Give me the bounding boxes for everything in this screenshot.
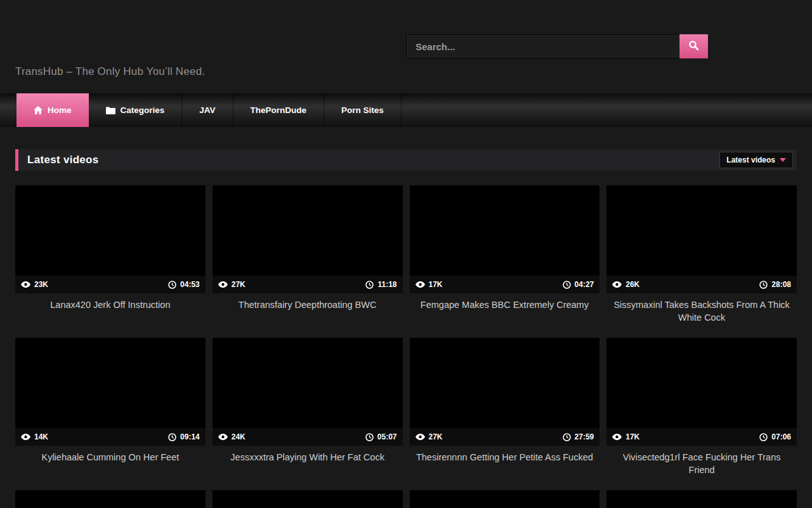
folder-icon [106,107,115,114]
clock-icon [563,281,571,289]
video-title[interactable]: Kyliehaale Cumming On Her Feet [15,451,206,479]
views-stat: 17K [416,280,443,289]
video-thumbnail[interactable]: 14K 09:14 [15,338,206,446]
clock-icon [759,281,768,289]
eye-icon [416,434,425,440]
views-count: 27K [429,432,443,441]
video-stats: 27K 11:18 [213,276,403,293]
duration-stat: 27:59 [563,432,594,441]
video-card[interactable]: 17K 04:27 Femgape Makes BBC Extremely Cr… [410,185,600,326]
main-nav: Home Categories JAV ThePornDude Porn Sit… [0,93,812,127]
nav-item-jav[interactable]: JAV [182,93,233,127]
video-card[interactable]: 24K 05:07 Jessxxxtra Playing With Her Fa… [213,338,403,479]
video-title[interactable]: Thetransfairy Deepthroating BWC [213,298,403,326]
video-title[interactable]: Sissymaxinl Takes Backshots From A Thick… [606,298,797,326]
duration-stat: 05:07 [365,432,397,441]
views-stat: 26K [612,280,639,289]
video-card[interactable] [410,490,600,508]
video-thumbnail[interactable] [606,490,797,508]
views-stat: 27K [218,280,246,289]
duration-text: 07:06 [771,432,791,441]
video-stats: 27K 27:59 [410,428,600,446]
video-card[interactable]: 17K 07:06 Vivisectedg1rl Face Fucking He… [606,338,797,479]
search-bar [406,34,708,58]
duration-text: 04:27 [575,280,594,289]
eye-icon [218,281,228,288]
duration-stat: 07:06 [759,432,791,441]
search-input[interactable] [406,34,679,58]
views-count: 24K [232,432,246,441]
duration-text: 28:08 [771,280,791,289]
video-card[interactable] [15,490,206,508]
section-title: Latest videos [27,154,99,166]
nav-item-label: JAV [199,105,215,115]
clock-icon [563,433,571,441]
nav-item-categories[interactable]: Categories [89,93,183,127]
views-stat: 24K [218,432,246,441]
video-thumbnail[interactable]: 17K 04:27 [410,185,600,293]
views-stat: 14K [21,432,48,441]
video-thumbnail[interactable] [15,490,206,508]
search-button[interactable] [679,34,708,58]
clock-icon [365,433,374,441]
duration-stat: 09:14 [168,432,200,441]
eye-icon [612,434,622,440]
duration-stat: 28:08 [759,280,791,289]
views-count: 26K [625,280,639,289]
eye-icon [218,434,228,440]
video-stats: 26K 28:08 [606,276,797,293]
duration-text: 05:07 [377,432,397,441]
video-card[interactable]: 27K 27:59 Thesirennnn Getting Her Petite… [410,338,600,479]
video-title[interactable]: Jessxxxtra Playing With Her Fat Cock [213,451,403,479]
duration-text: 09:14 [180,432,200,441]
video-thumbnail[interactable]: 17K 07:06 [606,338,797,446]
video-grid: 23K 04:53 Lanax420 Jerk Off Instruction … [15,185,797,508]
views-stat: 23K [21,280,48,289]
views-count: 17K [625,432,639,441]
video-title[interactable]: Femgape Makes BBC Extremely Creamy [410,298,600,326]
video-card[interactable]: 27K 11:18 Thetransfairy Deepthroating BW… [213,185,403,326]
duration-text: 04:53 [180,280,200,289]
nav-item-home[interactable]: Home [16,93,89,127]
video-thumbnail[interactable]: 27K 27:59 [410,338,600,446]
video-title[interactable]: Thesirennnn Getting Her Petite Ass Fucke… [410,451,600,479]
eye-icon [416,281,425,288]
video-stats: 23K 04:53 [15,276,206,293]
duration-stat: 11:18 [365,280,396,289]
views-count: 14K [34,432,48,441]
site-tagline: TransHub – The Only Hub You’ll Need. [15,65,205,78]
nav-item-porn-sites[interactable]: Porn Sites [324,93,402,127]
video-title[interactable]: Lanax420 Jerk Off Instruction [15,298,206,326]
duration-stat: 04:53 [168,280,200,289]
nav-item-label: Home [48,105,72,115]
nav-item-label: Categories [121,105,165,115]
video-card[interactable]: 23K 04:53 Lanax420 Jerk Off Instruction [15,185,206,326]
video-stats: 14K 09:14 [15,428,206,446]
video-thumbnail[interactable]: 23K 04:53 [15,185,206,293]
eye-icon [21,434,30,440]
eye-icon [21,281,30,288]
duration-stat: 04:27 [563,280,594,289]
video-card[interactable] [606,490,797,508]
duration-text: 27:59 [575,432,594,441]
clock-icon [365,281,374,289]
video-thumbnail[interactable]: 27K 11:18 [213,185,403,293]
eye-icon [612,281,622,288]
video-thumbnail[interactable]: 24K 05:07 [213,338,403,446]
views-count: 27K [232,280,246,289]
views-count: 17K [429,280,443,289]
video-title[interactable]: Vivisectedg1rl Face Fucking Her Trans Fr… [606,451,797,479]
video-thumbnail[interactable]: 26K 28:08 [606,185,797,293]
video-card[interactable] [213,490,403,508]
section-header: Latest videos Latest videos [15,149,797,171]
nav-item-label: ThePornDude [251,105,307,115]
video-thumbnail[interactable] [410,490,600,508]
sort-dropdown[interactable]: Latest videos [719,152,793,168]
magnifier-icon [688,40,699,53]
video-stats: 17K 04:27 [410,276,600,293]
nav-item-theporndude[interactable]: ThePornDude [233,93,325,127]
video-thumbnail[interactable] [213,490,403,508]
video-card[interactable]: 14K 09:14 Kyliehaale Cumming On Her Feet [15,338,206,479]
views-stat: 17K [612,432,639,441]
video-card[interactable]: 26K 28:08 Sissymaxinl Takes Backshots Fr… [606,185,797,326]
